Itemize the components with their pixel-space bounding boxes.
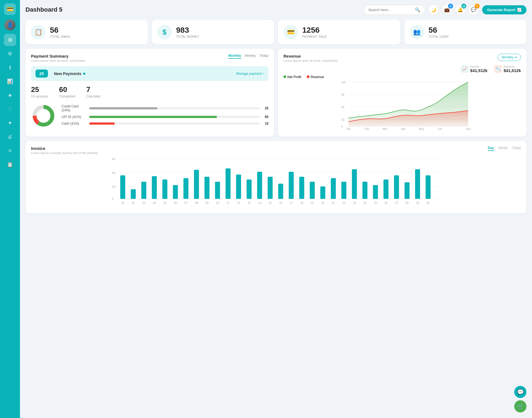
tab-today[interactable]: Today (260, 54, 268, 59)
invoice-tab-group: Day Month Today (488, 146, 521, 151)
tab-weekly[interactable]: Weekly (245, 54, 256, 59)
bar-label-upi: UPI ID (41%) (62, 115, 86, 119)
stat-on-process: 25 On process (31, 85, 48, 98)
bar-val-upi: 60 (262, 115, 268, 119)
payment-stats-row: 25 On process 60 Completed 7 Canceled (31, 85, 268, 98)
y-20: 20 (112, 185, 115, 188)
bar-label-cash: Cash (41%) (62, 122, 86, 125)
stat-payment-info: 1256 PAYMENT SALE (302, 26, 327, 39)
avatar: 👤 (4, 19, 16, 30)
payment-summary-title-wrap: Payment Summary Lorem ipsum dolor sit am… (31, 54, 85, 62)
user-number: 56 (429, 26, 449, 35)
chat-icon-btn[interactable]: 💬 5 (468, 4, 479, 15)
x-24: 24 (363, 201, 367, 204)
sidebar-item-chart[interactable]: 📊 (4, 75, 16, 88)
stat-cards-row: 📋 56 TOTAL EMAIL $ 983 TOTAL MONEY 💳 125… (25, 20, 526, 44)
user-icon: 👥 (410, 25, 424, 39)
x-29: 29 (416, 201, 419, 204)
revenue-subtitle: Lorem ipsum dolor sit amet, consectetur (283, 59, 338, 62)
y-60: 60 (112, 157, 115, 161)
new-payments-row: 25 New Payments Manage payment › (31, 66, 268, 81)
dark-mode-toggle[interactable]: 🌙 (428, 4, 439, 15)
bar-track-upi (89, 116, 260, 118)
search-box[interactable]: 🔍 (364, 5, 425, 15)
chevron-right-icon: › (263, 72, 264, 76)
income-value: $41,512k (470, 68, 488, 73)
revenue-monthly-dropdown[interactable]: Monthly ▾ (498, 54, 521, 61)
x-12: 12 (237, 201, 240, 204)
bar-03 (141, 182, 146, 199)
avatar-image: 👤 (4, 19, 16, 30)
x-mar: Mar (383, 127, 388, 130)
expense-value: $41,512k (503, 68, 521, 73)
header: Dashboard 5 🔍 🌙 💼 2 🔔 12 💬 5 Generate Re… (25, 4, 526, 15)
invoice-title-wrap: Invoice Lorem Ipsum is simply dummy text… (31, 146, 97, 155)
bell-icon-btn[interactable]: 🔔 12 (455, 4, 466, 15)
income-icon: 📈 (461, 65, 469, 73)
sidebar-item-heart-outline[interactable]: ♡ (4, 103, 16, 115)
sidebar-item-document[interactable]: 📋 (4, 158, 16, 171)
sidebar-item-heart[interactable]: ♥ (4, 117, 16, 129)
expense-item: 📉 Expense $41,512k (494, 65, 521, 73)
y-0: 0 (112, 198, 114, 201)
expense-label: Expense (503, 65, 521, 68)
bar-fill-creditcard (89, 107, 157, 109)
payment-tab-group: Monthly Weekly Today (228, 54, 268, 59)
invoice-tab-day[interactable]: Day (488, 146, 494, 151)
wallet-badge: 2 (448, 4, 453, 9)
sidebar-logo[interactable]: 💳 (4, 3, 16, 15)
new-payments-count: 25 (35, 70, 48, 78)
sidebar-item-list[interactable]: ≡ (4, 145, 16, 157)
email-label: TOTAL EMAIL (50, 35, 71, 38)
x-08: 08 (195, 201, 198, 204)
bar-18 (299, 177, 304, 199)
sidebar-item-info[interactable]: ℹ (4, 61, 16, 74)
x-27: 27 (395, 201, 398, 204)
netprofit-dot (283, 75, 286, 78)
search-input[interactable] (368, 8, 413, 12)
payment-bars: Credit Card (24%) 25 UPI ID (41%) 60 (62, 104, 268, 128)
y-label-90: 90 (341, 93, 345, 96)
bar-06 (173, 185, 178, 199)
float-cart-button[interactable]: 🛒 (514, 400, 526, 412)
donut-chart (31, 103, 56, 129)
legend-netprofit: Net Profit (283, 75, 301, 79)
sidebar-item-print[interactable]: 🖨 (4, 131, 16, 143)
bar-27 (394, 175, 399, 199)
payment-bottom: Credit Card (24%) 25 UPI ID (41%) 60 (31, 103, 268, 129)
x-july: July (466, 127, 471, 130)
wallet-icon-btn[interactable]: 💼 2 (442, 4, 452, 15)
sidebar-item-star[interactable]: ★ (4, 89, 16, 101)
payment-number: 1256 (302, 26, 327, 35)
stat-user-info: 56 TOTAL USER (429, 26, 449, 39)
y-label-30: 30 (341, 118, 345, 121)
dot-indicator (83, 73, 85, 75)
x-10: 10 (216, 201, 219, 204)
float-chat-button[interactable]: 💬 (514, 386, 526, 398)
header-icons: 🌙 💼 2 🔔 12 💬 5 (428, 4, 479, 15)
bar-20 (320, 186, 325, 199)
middle-row: Payment Summary Lorem ipsum dolor sit am… (25, 49, 526, 137)
revenue-legend: Net Profit Revenue (283, 75, 521, 79)
bar-01 (120, 175, 125, 199)
payment-summary-card: Payment Summary Lorem ipsum dolor sit am… (25, 49, 274, 137)
bar-30 (426, 175, 431, 199)
invoice-tab-today[interactable]: Today (512, 146, 521, 151)
manage-payment-link[interactable]: Manage payment › (236, 72, 264, 76)
bar-13 (247, 179, 252, 199)
money-number: 983 (176, 26, 199, 35)
expense-icon: 📉 (494, 65, 502, 73)
income-expense-row: 📈 Income $41,512k 📉 Expense $41,512k (283, 65, 521, 73)
stat-card-money: $ 983 TOTAL MONEY (152, 20, 274, 44)
sidebar-item-dashboard[interactable]: ⊞ (4, 34, 16, 46)
sidebar-item-settings[interactable]: ⚙ (4, 48, 16, 60)
income-item: 📈 Income $41,512k (461, 65, 488, 73)
money-icon: $ (157, 25, 172, 39)
bar-26 (383, 179, 388, 199)
tab-monthly[interactable]: Monthly (228, 54, 241, 59)
generate-report-button[interactable]: Generate Report 📈 (482, 5, 526, 14)
x-25: 25 (374, 201, 377, 204)
bar-14 (257, 172, 262, 199)
revenue-card: Revenue Lorem ipsum dolor sit amet, cons… (278, 49, 526, 137)
invoice-tab-month[interactable]: Month (498, 146, 508, 151)
